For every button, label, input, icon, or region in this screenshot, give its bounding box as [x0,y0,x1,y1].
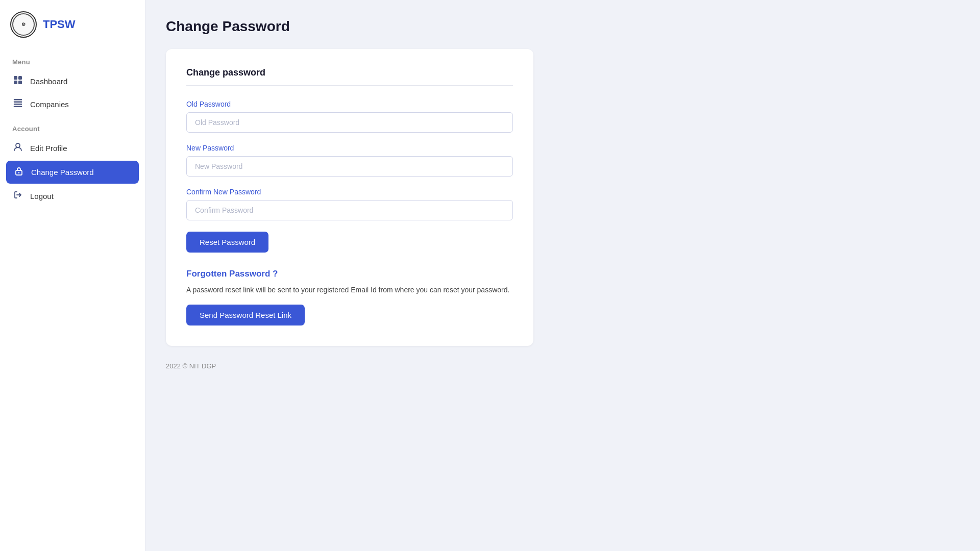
new-password-group: New Password [186,144,513,177]
sidebar-item-label: Companies [30,100,69,109]
account-section-label: Account [0,116,145,137]
page-title: Change Password [166,18,955,35]
new-password-label: New Password [186,144,513,152]
change-password-icon [13,166,24,178]
main-content: Change Password Change password Old Pass… [145,0,980,551]
app-title: TPSW [43,18,76,31]
logo-icon: ⚙ [10,11,37,38]
confirm-password-label: Confirm New Password [186,188,513,196]
forgotten-desc: A password reset link will be sent to yo… [186,284,513,295]
old-password-input[interactable] [186,112,513,133]
companies-icon [12,98,23,110]
sidebar-item-change-password[interactable]: Change Password [6,161,139,184]
footer: 2022 © NIT DGP [166,362,955,370]
old-password-group: Old Password [186,100,513,133]
svg-point-10 [18,172,19,173]
svg-rect-2 [14,81,17,84]
sidebar-item-label: Change Password [31,168,94,177]
svg-rect-7 [14,99,22,101]
svg-rect-6 [14,106,22,107]
edit-profile-icon [12,142,23,154]
card-title: Change password [186,67,513,78]
change-password-card: Change password Old Password New Passwor… [166,49,533,346]
card-divider [186,85,513,86]
confirm-password-group: Confirm New Password [186,188,513,220]
old-password-label: Old Password [186,100,513,108]
sidebar-item-logout[interactable]: Logout [0,185,145,208]
sidebar-item-label: Edit Profile [30,144,67,153]
svg-rect-4 [14,101,22,103]
confirm-password-input[interactable] [186,200,513,220]
dashboard-icon [12,76,23,87]
forgotten-title: Forgotten Password ? [186,269,513,279]
svg-rect-1 [18,76,22,80]
svg-rect-0 [14,76,17,80]
svg-rect-5 [14,104,22,105]
sidebar-item-dashboard[interactable]: Dashboard [0,70,145,93]
footer-text: 2022 © NIT DGP [166,362,216,370]
forgotten-password-section: Forgotten Password ? A password reset li… [186,269,513,325]
logo-area: ⚙ TPSW [0,0,145,49]
sidebar-item-label: Logout [30,192,54,201]
logout-icon [12,190,23,202]
sidebar: ⚙ TPSW Menu Dashboard Companies Account [0,0,145,551]
send-reset-link-button[interactable]: Send Password Reset Link [186,305,305,325]
menu-section-label: Menu [0,49,145,70]
svg-rect-3 [18,81,22,84]
sidebar-item-label: Dashboard [30,77,67,86]
new-password-input[interactable] [186,156,513,177]
svg-point-8 [16,143,20,147]
sidebar-item-edit-profile[interactable]: Edit Profile [0,137,145,160]
reset-password-button[interactable]: Reset Password [186,232,268,253]
sidebar-item-companies[interactable]: Companies [0,93,145,116]
